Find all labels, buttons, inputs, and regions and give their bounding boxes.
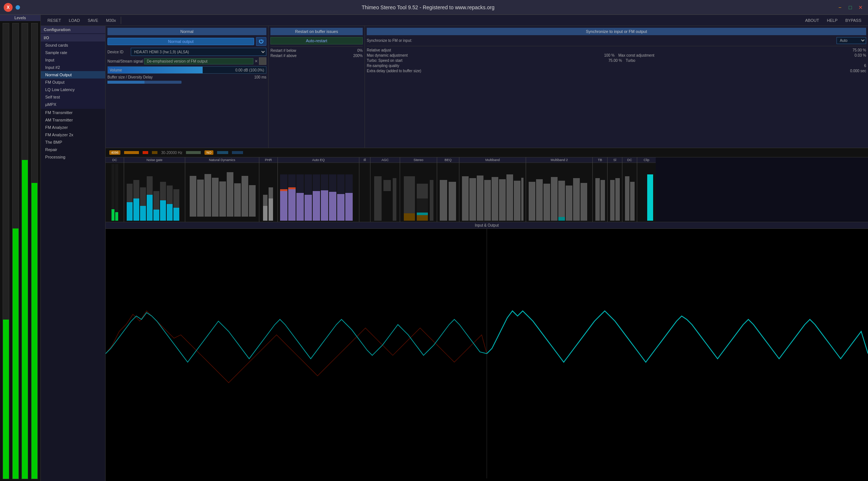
no-bar2 xyxy=(232,151,243,154)
sidebar-item-processing[interactable]: Processing xyxy=(41,153,105,161)
dc-label: DC xyxy=(106,157,124,163)
signal-options-button[interactable] xyxy=(259,57,266,65)
sidebar-item-fm-output[interactable]: FM Output xyxy=(41,79,105,86)
buffer-row: Buffer size / Diversity Delay 100 ms xyxy=(107,75,266,79)
levels-meters xyxy=(0,21,40,481)
beq-label: BEQ xyxy=(437,157,459,163)
help-button[interactable]: HELP xyxy=(824,17,841,24)
no-bar xyxy=(217,151,228,154)
sl-svg xyxy=(609,173,621,221)
clip-indicator xyxy=(143,151,148,154)
restart-above-label: Restart # above xyxy=(270,54,348,58)
svg-rect-71 xyxy=(469,178,476,221)
clip-label: Clip xyxy=(637,157,656,163)
sidebar-item-input2[interactable]: Input #2 xyxy=(41,64,105,71)
auto-restart-button[interactable]: Auto-restart xyxy=(270,37,363,44)
dc2-label: DC xyxy=(622,157,637,163)
sidebar-item-repair[interactable]: Repair xyxy=(41,146,105,153)
menu-section-right: ABOUT HELP BYPASS xyxy=(802,17,868,24)
no-badge: NO xyxy=(204,150,213,155)
svg-rect-44 xyxy=(296,193,304,221)
svg-rect-80 xyxy=(529,182,535,221)
svg-rect-70 xyxy=(462,176,469,221)
multiband2-content xyxy=(526,163,592,222)
sync-select-row: Synchronize to FM or input: Auto xyxy=(367,37,866,44)
svg-rect-31 xyxy=(269,198,273,221)
sidebar-item-the-bmp[interactable]: The BMP xyxy=(41,138,105,146)
minimize-button[interactable]: − xyxy=(836,4,844,11)
svg-rect-81 xyxy=(536,179,543,221)
sidebar-item-fm-analyzer[interactable]: FM Analyzer xyxy=(41,124,105,131)
svg-rect-22 xyxy=(219,181,226,217)
dc-fill-l xyxy=(112,209,114,221)
svg-rect-65 xyxy=(417,213,428,215)
sidebar-item-fm-transmitter[interactable]: FM Transmitter xyxy=(41,109,105,116)
sidebar-io-header[interactable]: I/O xyxy=(41,34,105,41)
turbo-speed-value: 75.00 % xyxy=(607,59,622,63)
waveform-section: Input & Output xyxy=(106,222,868,481)
svg-rect-61 xyxy=(430,180,433,221)
dc2-content xyxy=(622,163,637,222)
stereo-label: Stereo xyxy=(400,157,437,163)
buffer-label: Buffer size / Diversity Delay xyxy=(107,75,153,79)
close-button[interactable]: ✕ xyxy=(857,4,864,11)
app-dot xyxy=(16,5,20,10)
sync-select[interactable]: Auto xyxy=(837,37,866,44)
svg-rect-96 xyxy=(625,176,629,221)
sidebar-item-sound-cards[interactable]: Sound cards xyxy=(41,41,105,49)
device-select[interactable]: HDA ATI HDMI 3 (hw:1,9) (ALSA) xyxy=(131,48,266,56)
sidebar-item-am-transmitter[interactable]: AM Transmitter xyxy=(41,116,105,124)
sidebar-nav: Configuration I/O Sound cards Sample rat… xyxy=(41,26,106,481)
sidebar-item-fm-analyzer-2x[interactable]: FM Analyzer 2x xyxy=(41,131,105,138)
svg-rect-68 xyxy=(449,182,456,221)
multiband2-svg xyxy=(528,173,591,221)
signal-value-text: De-emphasised version of FM output xyxy=(147,59,207,63)
sidebar-configuration-header[interactable]: Configuration xyxy=(41,26,105,33)
config-row: Normal Normal output Device I xyxy=(106,26,868,148)
meter-fill-2 xyxy=(13,228,19,479)
freq-range-text: 30-20000 Hz xyxy=(161,151,182,155)
auto-eq-label: Auto EQ xyxy=(278,157,359,163)
menu-bar: RESET LOAD SAVE M30x ABOUT HELP BYPASS xyxy=(41,15,868,26)
about-button[interactable]: ABOUT xyxy=(802,17,822,24)
resampling-label: Re-sampling quality xyxy=(367,64,851,68)
divider-2 xyxy=(367,46,866,46)
sidebar-item-lq-low-latency[interactable]: LQ Low Latency xyxy=(41,86,105,93)
clip-svg xyxy=(639,173,654,221)
m30x-button[interactable]: M30x xyxy=(103,17,119,24)
restart-below-value: 0% xyxy=(348,49,363,53)
signal-close-button[interactable]: ✕ xyxy=(255,59,258,64)
processing-row: DC Noise gate xyxy=(106,157,868,222)
device-label: Device ID xyxy=(107,50,130,54)
sl-content xyxy=(608,163,622,222)
normal-output-button[interactable]: Normal output xyxy=(107,38,254,45)
sidebar-item-self-test[interactable]: Self test xyxy=(41,93,105,101)
device-row: Device ID HDA ATI HDMI 3 (hw:1,9) (ALSA) xyxy=(107,48,266,56)
svg-rect-50 xyxy=(345,193,353,221)
bypass-button[interactable]: BYPASS xyxy=(842,17,864,24)
phr-label: PHR xyxy=(259,157,277,163)
resampling-row: Re-sampling quality 6 xyxy=(367,64,866,68)
phr-content xyxy=(259,163,277,222)
title-bar-left: X xyxy=(4,3,20,12)
sidebar-item-normal-output[interactable]: Normal Output xyxy=(41,71,105,79)
save-button[interactable]: SAVE xyxy=(85,17,102,24)
restart-below-row: Restart # below 0% xyxy=(270,49,363,53)
noise-gate-svg xyxy=(126,173,183,221)
sidebar-item-sample-rate[interactable]: Sample rate xyxy=(41,49,105,56)
reset-button[interactable]: RESET xyxy=(44,17,64,24)
load-button[interactable]: LOAD xyxy=(66,17,83,24)
divider-1 xyxy=(270,46,363,47)
tb-svg xyxy=(595,173,606,221)
svg-rect-47 xyxy=(321,190,328,221)
sidebar-item-umpx[interactable]: µMPX xyxy=(41,101,105,108)
svg-rect-74 xyxy=(492,177,498,221)
sidebar-item-input[interactable]: Input xyxy=(41,56,105,64)
stereo-svg xyxy=(402,173,435,221)
window-controls: − □ ✕ xyxy=(836,4,864,11)
multiband-section: Multiband xyxy=(459,157,526,222)
svg-rect-49 xyxy=(337,194,345,221)
power-button[interactable] xyxy=(256,37,266,46)
maximize-button[interactable]: □ xyxy=(847,4,854,11)
svg-rect-57 xyxy=(383,191,391,221)
